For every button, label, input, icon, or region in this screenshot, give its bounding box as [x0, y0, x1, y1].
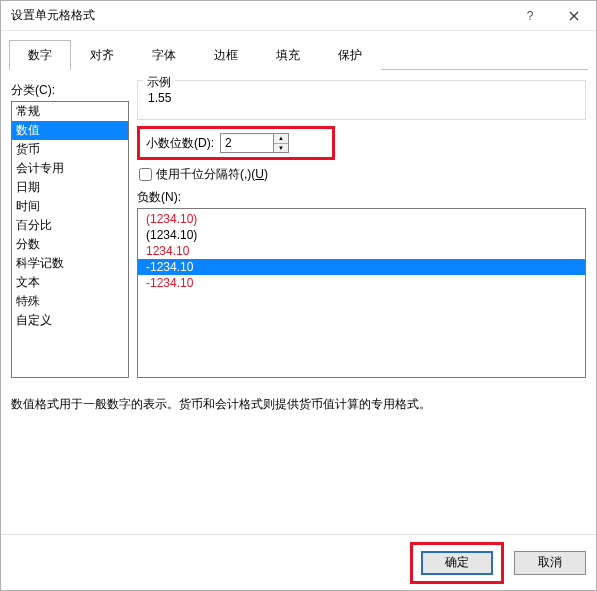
content-area: 数字 对齐 字体 边框 填充 保护 分类(C): 常规数值货币会计专用日期时间百… [1, 31, 596, 534]
sample-label: 示例 [143, 74, 175, 91]
cancel-button[interactable]: 取消 [514, 551, 586, 575]
title-bar: 设置单元格格式 ? [1, 1, 596, 31]
negative-item[interactable]: (1234.10) [138, 211, 585, 227]
spinner-down[interactable]: ▼ [274, 143, 288, 153]
decimal-places-input[interactable] [221, 134, 273, 152]
tab-body: 分类(C): 常规数值货币会计专用日期时间百分比分数科学记数文本特殊自定义 示例… [9, 78, 588, 534]
tab-label: 数字 [28, 48, 52, 62]
sample-box: 1.55 [137, 80, 586, 120]
close-icon [569, 11, 579, 21]
negative-group: 负数(N): (1234.10)(1234.10)1234.10-1234.10… [137, 189, 586, 378]
help-icon: ? [527, 9, 534, 23]
negative-label: 负数(N): [137, 189, 586, 206]
category-label-text: 分类(C): [11, 83, 55, 97]
category-item[interactable]: 时间 [12, 197, 128, 216]
sample-group: 示例 1.55 [137, 82, 586, 120]
close-button[interactable] [552, 1, 596, 31]
category-item[interactable]: 百分比 [12, 216, 128, 235]
category-item[interactable]: 文本 [12, 273, 128, 292]
ok-highlight: 确定 [410, 542, 504, 584]
category-item[interactable]: 会计专用 [12, 159, 128, 178]
help-button[interactable]: ? [508, 1, 552, 31]
thousands-label-prefix: 使用千位分隔符(,)( [156, 167, 255, 181]
decimal-places-label: 小数位数(D): [146, 135, 214, 152]
negative-listbox[interactable]: (1234.10)(1234.10)1234.10-1234.10-1234.1… [137, 208, 586, 378]
spinner-up[interactable]: ▲ [274, 134, 288, 143]
cancel-label: 取消 [538, 554, 562, 571]
tab-label: 边框 [214, 48, 238, 62]
category-item[interactable]: 科学记数 [12, 254, 128, 273]
category-item[interactable]: 货币 [12, 140, 128, 159]
spinner-buttons: ▲ ▼ [273, 134, 288, 152]
category-item[interactable]: 特殊 [12, 292, 128, 311]
category-item[interactable]: 数值 [12, 121, 128, 140]
tab-label: 对齐 [90, 48, 114, 62]
negative-item[interactable]: (1234.10) [138, 227, 585, 243]
detail-column: 示例 1.55 小数位数(D): ▲ ▼ [137, 82, 586, 378]
dialog-window: 设置单元格格式 ? 数字 对齐 字体 边框 填充 保护 分类(C): 常规数值货… [0, 0, 597, 591]
category-item[interactable]: 日期 [12, 178, 128, 197]
tab-label: 保护 [338, 48, 362, 62]
category-label: 分类(C): [11, 82, 129, 99]
thousands-label-mnemonic: U [255, 167, 264, 181]
sample-value: 1.55 [146, 91, 577, 105]
tab-fill[interactable]: 填充 [257, 40, 319, 70]
category-item[interactable]: 自定义 [12, 311, 128, 330]
tab-number[interactable]: 数字 [9, 40, 71, 70]
category-listbox[interactable]: 常规数值货币会计专用日期时间百分比分数科学记数文本特殊自定义 [11, 101, 129, 378]
thousands-separator-checkbox[interactable] [139, 168, 152, 181]
category-column: 分类(C): 常规数值货币会计专用日期时间百分比分数科学记数文本特殊自定义 [11, 82, 129, 378]
thousands-separator-label: 使用千位分隔符(,)(U) [156, 166, 268, 183]
thousands-separator-row: 使用千位分隔符(,)(U) [137, 166, 586, 183]
tab-protection[interactable]: 保护 [319, 40, 381, 70]
ok-label: 确定 [445, 554, 469, 571]
negative-item[interactable]: -1234.10 [138, 259, 585, 275]
tab-font[interactable]: 字体 [133, 40, 195, 70]
ok-button[interactable]: 确定 [421, 551, 493, 575]
category-item[interactable]: 分数 [12, 235, 128, 254]
tab-strip: 数字 对齐 字体 边框 填充 保护 [9, 39, 588, 70]
tab-label: 填充 [276, 48, 300, 62]
decimal-places-row: 小数位数(D): ▲ ▼ [137, 126, 335, 160]
format-description: 数值格式用于一般数字的表示。货币和会计格式则提供货币值计算的专用格式。 [11, 396, 586, 413]
thousands-label-suffix: ) [264, 167, 268, 181]
window-title: 设置单元格格式 [11, 7, 508, 24]
negative-item[interactable]: 1234.10 [138, 243, 585, 259]
dialog-footer: 确定 取消 [1, 534, 596, 590]
category-item[interactable]: 常规 [12, 102, 128, 121]
tab-border[interactable]: 边框 [195, 40, 257, 70]
tab-label: 字体 [152, 48, 176, 62]
columns: 分类(C): 常规数值货币会计专用日期时间百分比分数科学记数文本特殊自定义 示例… [11, 82, 586, 378]
tab-alignment[interactable]: 对齐 [71, 40, 133, 70]
negative-item[interactable]: -1234.10 [138, 275, 585, 291]
decimal-places-spinner: ▲ ▼ [220, 133, 289, 153]
